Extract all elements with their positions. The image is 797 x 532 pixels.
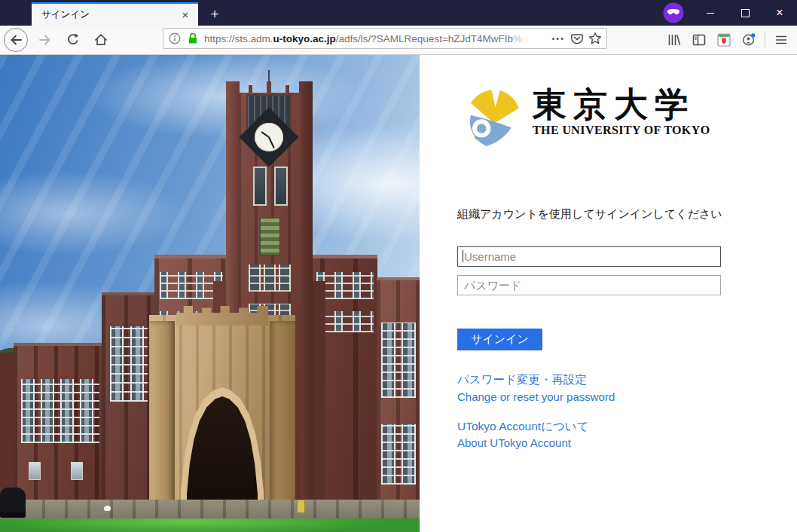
campus-photo	[0, 55, 420, 532]
tower-window	[253, 167, 267, 206]
private-browsing-icon	[663, 2, 684, 23]
extension-shield-button[interactable]	[713, 29, 735, 50]
tower-window	[274, 167, 288, 206]
tower-bronze-ornament	[260, 218, 280, 255]
url-bar[interactable]: https://sts.adm.u-tokyo.ac.jp/adfs/ls/?S…	[163, 28, 607, 49]
tower-pillar	[299, 81, 313, 532]
small-white-bird	[104, 506, 111, 511]
library-button[interactable]	[663, 29, 686, 50]
toolbar-separator	[765, 32, 765, 47]
browser-window: サインイン × + ×	[0, 0, 797, 532]
reload-button[interactable]	[63, 29, 84, 50]
hamburger-menu-icon	[774, 32, 789, 47]
tab-title: サインイン	[41, 8, 179, 21]
about-account-link-en[interactable]: About UTokyo Account	[457, 436, 571, 449]
titlebar: サインイン × + ×	[0, 0, 797, 26]
minimize-button[interactable]	[693, 0, 728, 26]
parked-car	[0, 488, 26, 518]
right-wing-windows	[381, 424, 416, 485]
maximize-button[interactable]	[728, 0, 762, 26]
yellow-sign	[297, 500, 305, 513]
back-button[interactable]	[4, 28, 28, 52]
left-wing-small-window	[71, 462, 83, 480]
home-icon	[93, 32, 108, 47]
building-right-wing	[377, 277, 420, 532]
logo-text: 東京大学 THE UNIVERSITY OF TOKYO	[533, 87, 710, 137]
window-controls: ×	[693, 0, 797, 26]
username-input[interactable]	[457, 246, 721, 267]
url-domain: u-tokyo.ac.jp	[273, 33, 336, 44]
extension-account-button[interactable]	[737, 29, 760, 50]
home-button[interactable]	[90, 29, 111, 50]
site-info-icon[interactable]	[168, 32, 182, 45]
forward-arrow-icon	[38, 32, 53, 47]
bookmark-star-icon[interactable]	[588, 32, 602, 45]
login-panel: 東京大学 THE UNIVERSITY OF TOKYO 組織アカウントを使用し…	[420, 55, 797, 532]
logo-english: THE UNIVERSITY OF TOKYO	[533, 124, 710, 137]
new-tab-button[interactable]: +	[203, 2, 226, 26]
logo-japanese: 東京大学	[533, 87, 710, 123]
about-account-link-jp[interactable]: UTokyo Accountについて	[457, 419, 589, 435]
sidebar-button[interactable]	[688, 29, 710, 50]
tower-window-row	[249, 264, 291, 292]
signin-instruction: 組織アカウントを使用してサインインしてください	[457, 207, 722, 222]
tab-close-icon[interactable]: ×	[179, 8, 192, 22]
back-arrow-icon	[8, 32, 23, 47]
left-wing-windows	[21, 379, 99, 443]
account-extension-icon	[741, 32, 756, 47]
utokyo-logo: 東京大学 THE UNIVERSITY OF TOKYO	[463, 87, 710, 150]
toolbar-right-icons	[663, 26, 797, 54]
change-password-link-en[interactable]: Change or reset your password	[457, 390, 615, 403]
browser-tab[interactable]: サインイン ×	[32, 2, 198, 26]
maximize-icon	[741, 9, 750, 17]
pavement	[0, 500, 420, 521]
minimize-icon	[707, 13, 714, 14]
menu-button[interactable]	[770, 29, 792, 50]
pocket-icon[interactable]	[570, 32, 584, 45]
grass-lawn	[0, 518, 420, 532]
mid-left-windows	[110, 326, 148, 402]
url-text[interactable]: https://sts.adm.u-tokyo.ac.jp/adfs/ls/?S…	[204, 33, 548, 44]
left-wing-small-window	[29, 462, 41, 480]
ginkgo-leaf-icon	[463, 87, 526, 150]
page-actions-icon[interactable]: •••	[551, 34, 565, 43]
reload-icon	[66, 32, 81, 47]
change-password-link-jp[interactable]: パスワード変更・再設定	[457, 372, 587, 388]
right-wing-windows	[381, 323, 416, 398]
tower-shoulder	[310, 281, 325, 532]
close-button[interactable]: ×	[762, 0, 797, 26]
library-icon	[667, 32, 682, 47]
tower-clock	[248, 116, 290, 158]
navigation-toolbar: https://sts.adm.u-tokyo.ac.jp/adfs/ls/?S…	[0, 26, 797, 55]
shield-extension-icon	[716, 32, 731, 47]
signin-button[interactable]: サインイン	[457, 329, 542, 350]
page-content: 東京大学 THE UNIVERSITY OF TOKYO 組織アカウントを使用し…	[0, 55, 797, 532]
https-lock-icon[interactable]	[186, 32, 200, 45]
sidebar-icon	[692, 32, 707, 47]
password-input[interactable]	[457, 275, 721, 295]
forward-button[interactable]	[35, 29, 56, 50]
